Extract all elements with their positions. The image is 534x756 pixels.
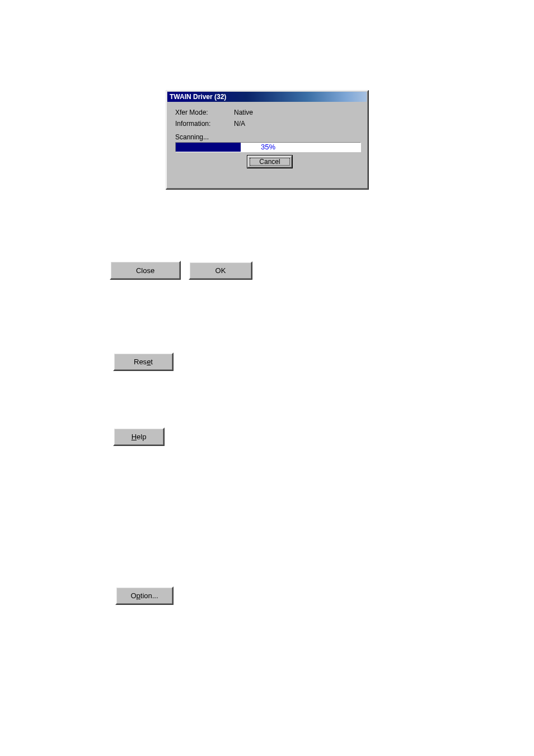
ok-button[interactable]: OK <box>189 261 252 280</box>
xfer-mode-value: Native <box>234 109 253 116</box>
scan-progress-bar: 35% <box>175 142 361 152</box>
information-label: Information: <box>175 120 234 128</box>
reset-button[interactable]: Reset <box>113 353 174 371</box>
information-value: N/A <box>234 120 245 128</box>
close-button[interactable]: Close <box>110 261 181 280</box>
help-button[interactable]: Help <box>113 428 165 446</box>
cancel-button[interactable]: Cancel <box>247 156 292 168</box>
xfer-mode-label: Xfer Mode: <box>175 109 234 116</box>
scanning-label: Scanning... <box>175 133 364 141</box>
ok-button-label: OK <box>216 266 226 275</box>
close-button-label: Close <box>136 266 154 275</box>
option-button[interactable]: Option... <box>115 586 174 605</box>
twain-driver-dialog: TWAIN Driver (32) Xfer Mode: Native Info… <box>166 90 369 190</box>
progress-percent: 35% <box>176 143 360 152</box>
dialog-title: TWAIN Driver (32) <box>170 93 226 101</box>
cancel-button-label: Cancel <box>259 158 280 166</box>
dialog-titlebar: TWAIN Driver (32) <box>167 92 367 102</box>
